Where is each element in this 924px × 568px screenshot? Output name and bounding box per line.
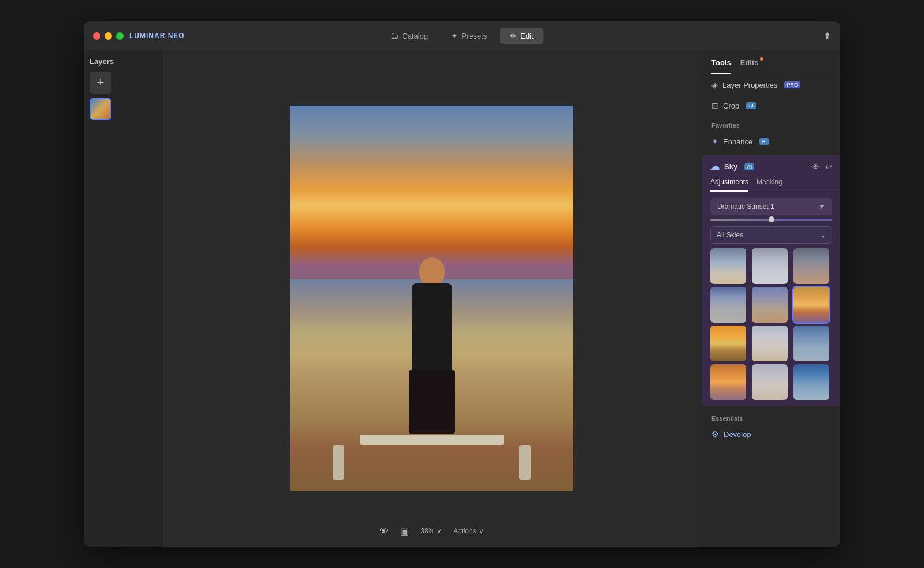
sky-panel: ☁ Sky AI 👁 ↩ Adjustments Masking [702, 155, 840, 406]
crop-icon: ⊡ [711, 101, 718, 110]
visibility-icon[interactable]: 👁 [379, 526, 389, 536]
sky-panel-controls: 👁 ↩ [811, 162, 832, 171]
photo-background [290, 106, 573, 491]
person-silhouette [386, 243, 478, 434]
person-head [419, 257, 445, 286]
main-content: Layers + [84, 50, 840, 547]
develop-icon: ⚙ [711, 429, 719, 439]
layer-thumbnail[interactable] [90, 98, 111, 120]
sky-thumb-9[interactable] [793, 326, 829, 361]
develop-item[interactable]: ⚙ Develop [702, 424, 840, 444]
sky-thumbnails-grid [702, 248, 840, 406]
photo-container [290, 106, 573, 491]
close-button[interactable] [93, 32, 100, 40]
enhance-item[interactable]: ✦ Enhance AI [702, 131, 840, 152]
compare-icon[interactable]: ▣ [400, 526, 409, 537]
sky-thumb-5[interactable] [752, 287, 788, 323]
traffic-lights [93, 32, 124, 40]
title-bar: LUMINAR NEO 🗂 Catalog ✦ Presets ✏ Edit ⬆ [84, 21, 840, 50]
edit-tab[interactable]: ✏ Edit [500, 28, 543, 44]
export-icon: ⬆ [824, 31, 831, 41]
actions-label: Actions [453, 527, 476, 535]
tools-tab[interactable]: Tools [711, 58, 731, 74]
sky-panel-header: ☁ Sky AI 👁 ↩ [702, 155, 840, 178]
adjustments-tab[interactable]: Adjustments [710, 178, 748, 192]
title-bar-tabs: 🗂 Catalog ✦ Presets ✏ Edit [380, 28, 543, 44]
bench-leg-right [519, 445, 531, 480]
crop-item[interactable]: ⊡ Crop AI [702, 95, 840, 116]
sky-preset-arrow-icon: ▼ [818, 203, 825, 211]
minimize-button[interactable] [105, 32, 112, 40]
edit-icon: ✏ [510, 31, 517, 40]
sky-thumb-1[interactable] [710, 248, 746, 284]
sky-thumb-4[interactable] [710, 287, 746, 323]
actions-button[interactable]: Actions ∨ [453, 527, 483, 535]
sky-preset-slider[interactable] [710, 219, 832, 221]
sky-panel-title: ☁ Sky AI [710, 161, 754, 172]
bench-leg-left [333, 445, 344, 480]
zoom-value: 38% [420, 527, 434, 535]
canvas-bottom-bar: 👁 ▣ 38% ∨ Actions ∨ [162, 515, 702, 547]
bench [360, 435, 504, 445]
presets-icon: ✦ [451, 31, 458, 40]
edits-tab[interactable]: Edits [740, 58, 759, 74]
presets-tab[interactable]: ✦ Presets [441, 28, 497, 44]
masking-tab[interactable]: Masking [757, 178, 783, 192]
layer-properties-item[interactable]: ◈ Layer Properties PRO [702, 74, 840, 95]
catalog-tab[interactable]: 🗂 Catalog [380, 28, 438, 44]
sky-preset-selector[interactable]: Dramatic Sunset 1 ▼ [710, 198, 832, 215]
edits-dot [760, 57, 763, 61]
actions-chevron-icon: ∨ [479, 527, 484, 535]
sky-ai-badge: AI [744, 163, 754, 170]
layer-thumbnail-image [91, 99, 110, 119]
layers-panel: Layers + [84, 50, 162, 547]
sky-thumb-3[interactable] [793, 248, 829, 284]
sky-thumb-7[interactable] [710, 326, 746, 361]
export-button[interactable]: ⬆ [824, 31, 831, 42]
right-panel-tabs: Tools Edits [702, 50, 840, 74]
person-legs [409, 370, 455, 434]
canvas-area: 👁 ▣ 38% ∨ Actions ∨ [162, 50, 702, 547]
sky-thumb-8[interactable] [752, 326, 788, 361]
sky-thumb-6[interactable] [793, 287, 829, 323]
catalog-icon: 🗂 [390, 31, 398, 40]
sky-thumb-10[interactable] [710, 364, 746, 400]
app-logo: LUMINAR NEO [129, 32, 185, 40]
essentials-label: Essentials [702, 409, 840, 424]
enhance-icon: ✦ [711, 137, 718, 146]
layer-properties-icon: ◈ [711, 80, 718, 89]
sky-tabs: Adjustments Masking [702, 178, 840, 192]
favorites-label: Favorites [702, 116, 840, 131]
sky-thumb-12[interactable] [793, 364, 829, 400]
zoom-chevron-icon: ∨ [437, 527, 442, 535]
all-skies-dropdown[interactable]: All Skies ⌄ [710, 226, 832, 244]
add-layer-button[interactable]: + [90, 72, 111, 94]
sky-thumb-11[interactable] [752, 364, 788, 400]
app-window: LUMINAR NEO 🗂 Catalog ✦ Presets ✏ Edit ⬆… [84, 21, 840, 547]
right-panel: Tools Edits ◈ Layer Properties PRO ⊡ Cro… [702, 50, 840, 547]
zoom-control[interactable]: 38% ∨ [420, 527, 442, 535]
sky-reset-icon[interactable]: ↩ [825, 162, 832, 171]
sky-thumb-2[interactable] [752, 248, 788, 284]
sky-preset-name: Dramatic Sunset 1 [717, 203, 774, 211]
crop-badge: AI [746, 102, 756, 109]
layers-title: Layers [90, 57, 155, 66]
enhance-badge: AI [759, 138, 769, 145]
sky-icon: ☁ [710, 161, 720, 172]
maximize-button[interactable] [116, 32, 124, 40]
sky-visibility-icon[interactable]: 👁 [811, 162, 819, 171]
layer-properties-badge: PRO [784, 81, 800, 88]
photo-canvas [290, 106, 573, 491]
all-skies-chevron-icon: ⌄ [820, 231, 826, 239]
